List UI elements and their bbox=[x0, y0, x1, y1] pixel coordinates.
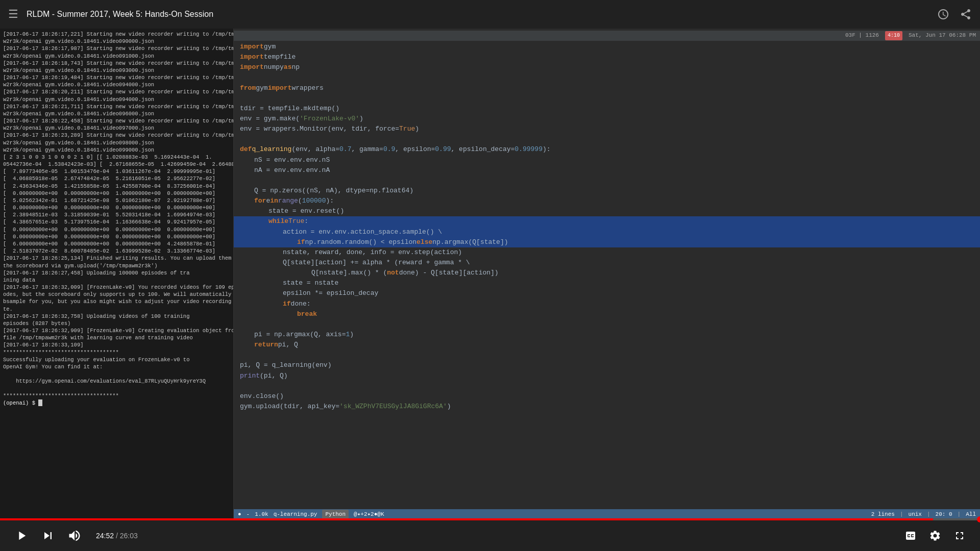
term-line: [2017-06-17 18:26:25,134] Finished writi… bbox=[3, 255, 230, 262]
term-line: w2r3k/openai gym.video.0.18461.video0900… bbox=[3, 38, 230, 45]
term-line: ************************************ bbox=[3, 349, 230, 356]
code-line: nA = env.env.env.nA bbox=[234, 165, 980, 176]
cc-button[interactable] bbox=[902, 528, 919, 544]
top-bar: ☰ RLDM - Summer 2017, Week 5: Hands-On S… bbox=[0, 0, 980, 29]
term-line: w2r3k/openai gym.video.0.18461.video0930… bbox=[3, 67, 230, 74]
code-line: if done: bbox=[234, 299, 980, 309]
code-line: Q = np.zeros((nS, nA), dtype=np.float64) bbox=[234, 186, 980, 196]
menu-icon[interactable]: ☰ bbox=[8, 8, 18, 21]
term-line: ining data bbox=[3, 277, 230, 284]
terminal-pane: [2017-06-17 18:26:17,221] Starting new v… bbox=[0, 29, 234, 520]
term-line: [2017-06-17 18:26:18,743] Starting new v… bbox=[3, 60, 230, 67]
term-line: w2r3k/openai gym.video.0.18461.video0970… bbox=[3, 124, 230, 132]
all-indicator: All bbox=[966, 510, 976, 519]
play-button[interactable] bbox=[12, 527, 31, 545]
term-line: w2r3k/openai gym.video.0.18461.video0980… bbox=[3, 139, 230, 146]
code-line: break bbox=[234, 309, 980, 319]
code-line bbox=[234, 93, 980, 104]
term-line: w2r3k/openai gym.video.0.18461.video0910… bbox=[3, 53, 230, 60]
next-button[interactable] bbox=[39, 527, 57, 545]
editor-minus: - bbox=[247, 510, 250, 519]
term-line: [ 0.00000000e+00 0.00000000e+00 0.000000… bbox=[3, 233, 230, 240]
skip-next-icon bbox=[41, 529, 55, 543]
term-line: [2017-06-17 18:26:21,711] Starting new v… bbox=[3, 103, 230, 110]
term-line: [ 5.02562342e-01 1.68721425e-08 5.010621… bbox=[3, 197, 230, 204]
volume-icon bbox=[67, 529, 82, 543]
term-line: [2017-06-17 18:26:32,909] [FrozenLake-v0… bbox=[3, 327, 230, 334]
term-line: [2017-06-17 18:26:22,458] Starting new v… bbox=[3, 117, 230, 124]
code-line: print(pi, Q) bbox=[234, 371, 980, 381]
code-line: gym.upload(tdir, api_key='sk_WZPhV7EUSGy… bbox=[234, 402, 980, 412]
status-branch: 03F | 1126 bbox=[845, 31, 879, 40]
code-line bbox=[234, 72, 980, 83]
right-controls bbox=[902, 528, 968, 544]
code-line: pi, Q = q_learning(env) bbox=[234, 360, 980, 370]
term-line: [2017-06-17 18:26:20,211] Starting new v… bbox=[3, 88, 230, 95]
settings-button[interactable] bbox=[927, 528, 943, 544]
file-size: 1.0k bbox=[255, 510, 268, 519]
share-icon[interactable] bbox=[960, 8, 972, 20]
current-time: 24:52 bbox=[96, 532, 114, 540]
encoding: unix bbox=[909, 510, 922, 519]
error-badge: 4:10 bbox=[885, 31, 902, 40]
code-line: def q_learning(env, alpha=0.7, gamma=0.9… bbox=[234, 144, 980, 155]
term-line: [ 2 3 1 0 0 3 1 0 0 0 2 1 0] [[ 1.020888… bbox=[3, 154, 230, 161]
term-line: [ 7.89773405e-05 1.00153476e-04 1.036112… bbox=[3, 168, 230, 175]
code-line: state = nstate bbox=[234, 278, 980, 288]
term-line: [ 2.43634346e-05 1.42155858e-05 1.425587… bbox=[3, 183, 230, 190]
code-line: import gym bbox=[234, 42, 980, 52]
term-line: bsample for you, but you also might wish… bbox=[3, 298, 230, 305]
code-line bbox=[234, 176, 980, 186]
content-area: [2017-06-17 18:26:17,221] Starting new v… bbox=[0, 29, 980, 520]
term-line: file /tmp/tmpawm2r3k with learning curve… bbox=[3, 334, 230, 341]
sep3: | bbox=[958, 510, 961, 519]
cc-icon bbox=[904, 530, 917, 542]
term-line: [2017-06-17 18:26:23,289] Starting new v… bbox=[3, 132, 230, 139]
term-line: https://gym.openai.com/evaluations/eval_… bbox=[3, 378, 230, 385]
term-line: [ 0.00000000e+00 0.00000000e+00 0.000000… bbox=[3, 204, 230, 211]
code-line: epsilon *= epsilon_decay bbox=[234, 288, 980, 298]
progress-fill bbox=[0, 518, 933, 520]
progress-dot bbox=[977, 516, 980, 522]
git-info: @✦+2✦2●@K bbox=[354, 510, 384, 519]
term-line: [ 4.38657651e-03 5.17397516e-04 1.163666… bbox=[3, 218, 230, 226]
code-line-while: while True: bbox=[234, 216, 980, 227]
term-line: [2017-06-17 18:26:33,109] bbox=[3, 341, 230, 348]
editor-status-top: 03F | 1126 4:10 Sat, Jun 17 06:28 PM bbox=[234, 31, 980, 41]
code-line: return pi, Q bbox=[234, 340, 980, 350]
term-line: te. bbox=[3, 306, 230, 313]
fullscreen-button[interactable] bbox=[951, 528, 968, 544]
time-status: Sat, Jun 17 06:28 PM bbox=[909, 31, 976, 40]
term-line: odes, but the scoreboard only supports u… bbox=[3, 291, 230, 298]
total-time: 26:03 bbox=[120, 532, 138, 540]
clock-icon[interactable] bbox=[937, 8, 949, 20]
term-line: [ 2.38948511e-03 3.31859039e-01 5.520314… bbox=[3, 211, 230, 218]
code-content: import gym import tempfile import numpy … bbox=[234, 41, 980, 413]
control-bar: 24:52 / 26:03 bbox=[0, 520, 980, 551]
code-line: env = gym.make('FrozenLake-v0') bbox=[234, 114, 980, 124]
volume-button[interactable] bbox=[65, 527, 84, 545]
line-col: 20: 0 bbox=[936, 510, 952, 519]
term-line: 05442736e-04 1.53842423e-03] [ 2.6716865… bbox=[3, 161, 230, 168]
term-line bbox=[3, 370, 230, 378]
term-line bbox=[3, 385, 230, 392]
fullscreen-icon bbox=[953, 530, 966, 542]
term-line: [2017-06-17 18:26:27,458] Uploading 1000… bbox=[3, 269, 230, 277]
settings-icon bbox=[929, 530, 941, 542]
file-icon: ● bbox=[238, 510, 241, 519]
filename: q-learning.py bbox=[274, 510, 317, 519]
term-line: [ 4.06885918e-05 2.67474842e-05 5.216160… bbox=[3, 175, 230, 182]
sep2: | bbox=[927, 510, 930, 519]
code-line bbox=[234, 134, 980, 144]
term-line: [2017-06-17 18:26:19,484] Starting new v… bbox=[3, 74, 230, 81]
progress-bar[interactable] bbox=[0, 518, 980, 520]
code-line: from gym import wrappers bbox=[234, 83, 980, 93]
term-line: w2r3k/openai gym.video.0.18461.video0940… bbox=[3, 81, 230, 88]
play-icon bbox=[14, 529, 29, 543]
sep1: | bbox=[900, 510, 903, 519]
code-line: env = wrappers.Monitor(env, tdir, force=… bbox=[234, 124, 980, 134]
code-line-action: action = env.env.action_space.sample() \ bbox=[234, 227, 980, 237]
code-line: nstate, reward, done, info = env.step(ac… bbox=[234, 247, 980, 258]
term-line: ************************************ bbox=[3, 392, 230, 399]
term-line: [ 0.00000000e+00 0.00000000e+00 0.000000… bbox=[3, 226, 230, 233]
